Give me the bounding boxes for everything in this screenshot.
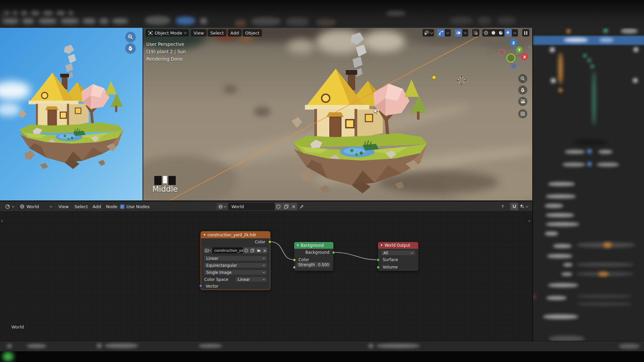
blur-blob bbox=[449, 17, 473, 25]
node-world-output[interactable]: ▼ World Output All Surface Volume bbox=[378, 242, 418, 271]
shader-editor-icon bbox=[5, 204, 10, 209]
menu-add[interactable]: Add bbox=[91, 203, 102, 210]
projection-dropdown[interactable]: Equirectangular bbox=[204, 262, 267, 268]
magnet-icon bbox=[512, 204, 517, 209]
menu-object[interactable]: Object bbox=[243, 29, 262, 37]
navigation-gizmo[interactable]: Z Y X bbox=[497, 35, 531, 73]
parent-tree-button[interactable] bbox=[500, 203, 505, 210]
copy-icon bbox=[284, 204, 288, 209]
blur-blob bbox=[562, 163, 585, 167]
snap-grid-icon bbox=[520, 204, 525, 209]
use-nodes-checkbox[interactable]: ✓ Use Nodes bbox=[120, 203, 150, 210]
blur-blob bbox=[546, 213, 574, 217]
collapse-triangle-icon[interactable]: ▼ bbox=[297, 244, 299, 247]
vector-input-label: Vector bbox=[206, 284, 218, 289]
snap-target-dropdown[interactable] bbox=[520, 203, 528, 210]
blur-blob bbox=[60, 18, 79, 24]
color-space-label: Color Space bbox=[204, 277, 228, 282]
output-target-dropdown[interactable]: All bbox=[381, 250, 416, 256]
menu-add[interactable]: Add bbox=[228, 29, 241, 37]
unlink-button[interactable]: × bbox=[290, 203, 297, 210]
sun-light-overlay bbox=[143, 28, 532, 200]
folder-icon bbox=[257, 249, 261, 252]
viewport-3d[interactable]: Object Mode View Select Add Object bbox=[143, 28, 532, 200]
datablock-name-field[interactable]: World bbox=[228, 203, 275, 210]
socket-strength-input[interactable] bbox=[293, 266, 296, 269]
image-browse-button[interactable] bbox=[204, 247, 212, 253]
panel-collapse-chevron[interactable]: ‹ bbox=[137, 33, 139, 39]
editor-type-dropdown[interactable] bbox=[3, 203, 16, 210]
overlays-dropdown[interactable] bbox=[455, 29, 468, 37]
shader-node-editor[interactable]: › ‹ ▼ construction_yard_2k.hdr Color bbox=[0, 211, 532, 341]
pan-button[interactable] bbox=[125, 43, 136, 53]
chevron-down-icon bbox=[462, 29, 468, 37]
pin-button[interactable] bbox=[297, 203, 306, 210]
panel-collapse-chevron[interactable]: ‹ bbox=[528, 44, 530, 50]
magnifier-plus-icon bbox=[520, 76, 525, 81]
blur-blob bbox=[583, 54, 587, 57]
shading-wireframe-icon[interactable] bbox=[482, 29, 490, 37]
node-header[interactable]: ▼ construction_yard_2k.hdr bbox=[201, 232, 270, 238]
menu-view[interactable]: View bbox=[191, 29, 207, 37]
viewport-zoom-button[interactable] bbox=[518, 74, 527, 83]
source-dropdown[interactable]: Single Image bbox=[204, 269, 267, 275]
mouse-left-indicator bbox=[154, 176, 162, 185]
menu-select[interactable]: Select bbox=[208, 29, 226, 37]
node-environment-texture[interactable]: ▼ construction_yard_2k.hdr Color constru… bbox=[201, 231, 270, 290]
chevron-down-icon bbox=[526, 204, 528, 207]
blur-blob bbox=[105, 343, 138, 348]
blur-blob bbox=[27, 344, 46, 348]
fake-user-button[interactable] bbox=[275, 203, 282, 210]
selectability-dropdown[interactable] bbox=[423, 29, 434, 37]
color-space-dropdown[interactable]: Linear bbox=[235, 277, 267, 282]
viewport-camera-button[interactable] bbox=[518, 97, 527, 106]
node-header[interactable]: ▼ Background bbox=[294, 242, 333, 249]
zoom-button[interactable] bbox=[125, 32, 136, 42]
socket-color-input[interactable] bbox=[293, 258, 296, 261]
menu-select[interactable]: Select bbox=[73, 203, 89, 210]
svg-text:X: X bbox=[523, 55, 526, 59]
blur-blob bbox=[558, 88, 562, 92]
image-name-field[interactable]: construction_ya... bbox=[212, 247, 243, 253]
blur-blob bbox=[99, 18, 109, 24]
menu-view[interactable]: View bbox=[57, 203, 70, 210]
image-fake-user-button[interactable] bbox=[243, 247, 249, 253]
blur-blob bbox=[199, 344, 222, 348]
strength-field[interactable]: Strength 0.500 bbox=[297, 262, 331, 267]
image-unlink-button[interactable]: × bbox=[262, 247, 267, 253]
shading-solid-icon[interactable] bbox=[490, 29, 497, 37]
socket-surface-input[interactable] bbox=[377, 258, 380, 261]
socket-vector-input[interactable] bbox=[199, 284, 202, 287]
gizmos-dropdown[interactable] bbox=[437, 29, 451, 37]
blur-blob bbox=[619, 344, 640, 349]
socket-background-output[interactable] bbox=[332, 251, 335, 254]
datablock-browse-button[interactable] bbox=[216, 203, 228, 210]
cursor-3d bbox=[457, 76, 466, 85]
axis-minus-z bbox=[511, 63, 517, 69]
mode-dropdown[interactable]: Object Mode bbox=[146, 29, 189, 37]
xray-toggle[interactable] bbox=[472, 29, 479, 37]
node-title: Background bbox=[301, 243, 324, 248]
snap-toggle[interactable] bbox=[510, 203, 518, 210]
menu-node[interactable]: Node bbox=[105, 203, 119, 210]
viewport-ortho-button[interactable] bbox=[518, 109, 527, 118]
viewport-pan-button[interactable] bbox=[518, 85, 527, 95]
new-datablock-button[interactable] bbox=[282, 203, 290, 210]
blur-blob-slider bbox=[577, 302, 632, 306]
node-header[interactable]: ▼ World Output bbox=[378, 242, 418, 249]
socket-color-output[interactable] bbox=[268, 240, 271, 243]
chevron-down-icon bbox=[445, 29, 451, 37]
image-open-button[interactable] bbox=[256, 247, 262, 253]
blur-blob-blue bbox=[176, 17, 195, 25]
taskbar-blurred bbox=[0, 351, 644, 362]
shader-type-dropdown[interactable]: World bbox=[17, 203, 54, 210]
node-background[interactable]: ▼ Background Background Color Strength 0… bbox=[294, 242, 333, 271]
interpolation-dropdown[interactable]: Linear bbox=[204, 255, 267, 261]
blur-blob bbox=[497, 17, 516, 25]
collapse-triangle-icon[interactable]: ▼ bbox=[204, 234, 205, 236]
pin-icon bbox=[300, 204, 304, 209]
image-copy-button[interactable] bbox=[250, 247, 256, 253]
collapse-triangle-icon[interactable]: ▼ bbox=[381, 244, 382, 247]
socket-volume-input[interactable] bbox=[377, 266, 380, 269]
svg-text:Z: Z bbox=[512, 41, 515, 45]
